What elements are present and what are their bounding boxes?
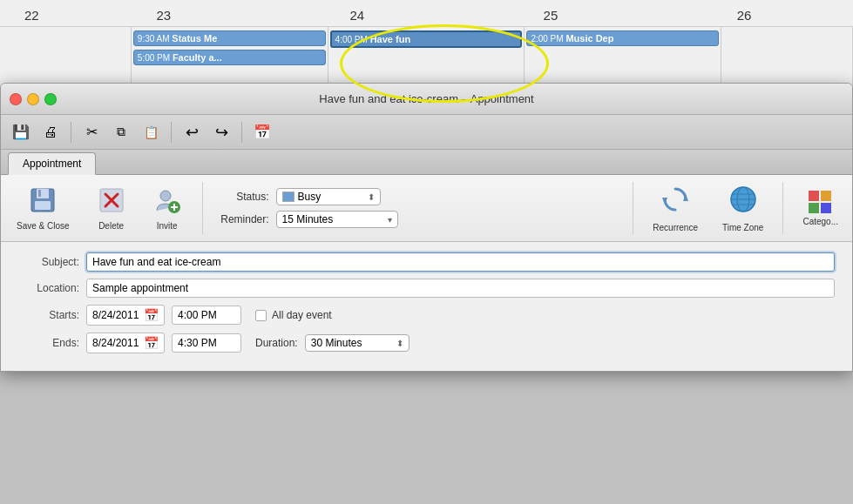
ends-date-input[interactable]: 8/24/2011 📅 xyxy=(86,333,165,353)
cat-sq-green xyxy=(809,203,819,213)
copy-toolbar-button[interactable]: ⧉ xyxy=(108,119,134,145)
appointment-window: Have fun and eat ice-cream – Appointment… xyxy=(0,83,853,372)
window-title: Have fun and eat ice-cream – Appointment xyxy=(319,92,533,105)
duration-chevron-icon: ⬍ xyxy=(396,339,403,348)
titlebar: Have fun and eat ice-cream – Appointment xyxy=(1,84,852,115)
event-status-meeting[interactable]: 9:30 AM Status Me xyxy=(133,30,326,46)
starts-date-input[interactable]: 8/24/2011 📅 xyxy=(86,305,165,326)
reminder-chevron-icon: ▾ xyxy=(388,215,392,225)
timezone-icon xyxy=(728,184,759,221)
all-day-label: All day event xyxy=(255,309,332,321)
invite-button[interactable]: Invite xyxy=(146,183,188,234)
event-faculty[interactable]: 5:00 PM Faculty a... xyxy=(133,50,326,65)
svg-rect-2 xyxy=(35,201,51,210)
duration-value: 30 Minutes xyxy=(311,337,362,349)
starts-time-input[interactable] xyxy=(172,306,241,325)
day-23: 23 xyxy=(149,8,171,23)
status-label: Status: xyxy=(217,191,269,203)
ends-calendar-icon[interactable]: 📅 xyxy=(144,336,159,350)
save-close-icon xyxy=(29,186,57,218)
duration-select[interactable]: 30 Minutes ⬍ xyxy=(305,334,410,352)
subject-label: Subject: xyxy=(18,256,79,268)
toolbar-separator-2 xyxy=(171,122,172,143)
paste-toolbar-button[interactable]: 📋 xyxy=(138,119,164,145)
all-day-checkbox[interactable] xyxy=(255,310,267,321)
event-music-dep[interactable]: 2:00 PM Music Dep xyxy=(526,30,719,46)
window-controls xyxy=(10,93,57,105)
toolbar-separator-1 xyxy=(71,122,71,143)
ribbon-separator-1 xyxy=(202,182,203,234)
ends-row: Ends: 8/24/2011 📅 Duration: 30 Minutes ⬍ xyxy=(18,333,835,353)
day-26: 26 xyxy=(730,8,752,23)
delete-icon xyxy=(98,186,125,218)
status-row: Status: Busy ⬍ xyxy=(217,188,619,205)
cat-sq-orange xyxy=(821,191,831,201)
ends-label: Ends: xyxy=(18,337,79,349)
tab-bar: Appointment xyxy=(1,150,852,175)
close-button[interactable] xyxy=(10,93,22,105)
recurrence-label: Recurrence xyxy=(653,223,698,232)
svg-rect-3 xyxy=(38,190,41,197)
ribbon-status-section: Status: Busy ⬍ Reminder: 15 Minutes ▾ xyxy=(217,188,619,228)
delete-button[interactable]: Delete xyxy=(91,183,132,234)
ribbon-separator-2 xyxy=(633,182,633,234)
reminder-value: 15 Minutes xyxy=(282,213,334,225)
recurrence-icon xyxy=(660,184,691,221)
duration-label: Duration: xyxy=(255,337,298,349)
maximize-button[interactable] xyxy=(44,93,57,105)
save-close-label: Save & Close xyxy=(17,221,70,231)
recurrence-button[interactable]: Recurrence xyxy=(647,180,703,236)
subject-input[interactable] xyxy=(86,252,835,272)
print-toolbar-button[interactable]: 🖨 xyxy=(37,119,64,145)
all-day-text: All day event xyxy=(272,309,332,321)
status-color-indicator xyxy=(282,192,294,202)
timezone-button[interactable]: Time Zone xyxy=(717,180,768,236)
starts-label: Starts: xyxy=(18,309,79,321)
ends-date-value: 8/24/2011 xyxy=(92,337,139,349)
status-select-value: Busy xyxy=(282,191,322,203)
status-chevron-icon: ⬍ xyxy=(368,192,375,202)
event-have-fun[interactable]: 4:00 PM Have fun xyxy=(330,30,523,48)
category-button[interactable]: Catego... xyxy=(797,187,843,230)
undo-toolbar-button[interactable]: ↩ xyxy=(179,119,205,145)
starts-date-value: 8/24/2011 xyxy=(92,309,139,321)
save-close-button[interactable]: Save & Close xyxy=(10,183,77,234)
main-toolbar: 💾 🖨 ✂ ⧉ 📋 ↩ ↪ 📅 xyxy=(1,115,852,150)
ribbon-toolbar: Save & Close Delete xyxy=(1,175,852,242)
status-value: Busy xyxy=(298,191,322,203)
status-select[interactable]: Busy ⬍ xyxy=(276,188,381,205)
tab-appointment[interactable]: Appointment xyxy=(8,152,96,175)
starts-row: Starts: 8/24/2011 📅 All day event xyxy=(18,305,835,326)
reminder-row: Reminder: 15 Minutes ▾ xyxy=(217,211,619,228)
invite-label: Invite xyxy=(157,221,178,231)
invite-icon xyxy=(153,186,181,218)
day-22: 22 xyxy=(17,8,39,23)
form-area: Subject: Location: Starts: 8/24/2011 📅 A… xyxy=(1,242,852,371)
ribbon-separator-3 xyxy=(782,182,783,234)
reminder-select[interactable]: 15 Minutes ▾ xyxy=(276,211,398,228)
calendar-toolbar-button[interactable]: 📅 xyxy=(249,119,275,145)
calendar-header: 22 23 24 25 26 xyxy=(0,0,853,26)
cat-sq-red xyxy=(809,191,819,201)
location-label: Location: xyxy=(18,282,79,294)
tab-appointment-label: Appointment xyxy=(23,158,81,170)
reminder-label: Reminder: xyxy=(217,213,269,225)
save-toolbar-button[interactable]: 💾 xyxy=(8,119,34,145)
delete-label: Delete xyxy=(98,221,124,231)
day-24: 24 xyxy=(342,8,364,23)
day-25: 25 xyxy=(537,8,559,23)
cat-sq-blue xyxy=(821,203,831,213)
timezone-label: Time Zone xyxy=(722,223,763,232)
subject-row: Subject: xyxy=(18,252,835,272)
toolbar-separator-3 xyxy=(241,122,242,143)
minimize-button[interactable] xyxy=(27,93,39,105)
category-icon xyxy=(809,191,833,215)
category-label: Catego... xyxy=(802,217,838,226)
cut-toolbar-button[interactable]: ✂ xyxy=(78,119,105,145)
svg-point-7 xyxy=(160,191,171,201)
location-input[interactable] xyxy=(86,279,835,298)
location-row: Location: xyxy=(18,279,835,298)
ends-time-input[interactable] xyxy=(172,333,241,353)
redo-toolbar-button[interactable]: ↪ xyxy=(208,119,234,145)
starts-calendar-icon[interactable]: 📅 xyxy=(144,308,159,322)
